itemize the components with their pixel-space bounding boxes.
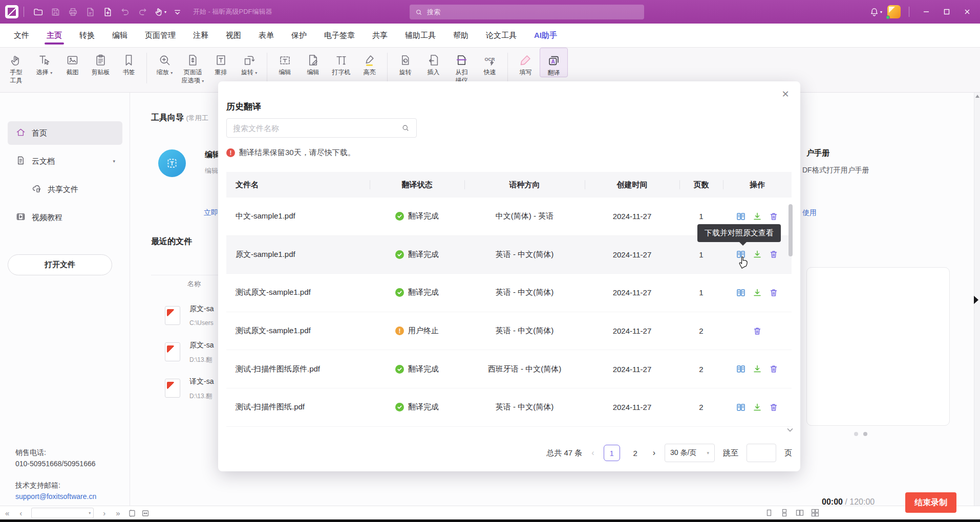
- two-page-view-icon[interactable]: [795, 507, 805, 518]
- recent-file-row[interactable]: 译文-saD:\13.翻: [154, 374, 218, 406]
- table-row[interactable]: 测试-扫描件图纸原件.pdf翻译完成西班牙语 - 中文(简体)2024-11-2…: [226, 350, 792, 388]
- ribbon-tool-reflow[interactable]: 重排: [207, 48, 235, 76]
- touch-mode-icon[interactable]: ▾: [151, 4, 168, 19]
- table-row[interactable]: 测试-扫描件图纸.pdf翻译完成英语 - 中文(简体)2024-11-272: [226, 388, 792, 427]
- tab-转换[interactable]: 转换: [71, 24, 103, 47]
- ribbon-tool-edit-object[interactable]: 编辑: [271, 48, 299, 76]
- ribbon-tool-typewriter[interactable]: 打字机: [327, 48, 355, 76]
- page-number-box[interactable]: ▾: [31, 508, 94, 518]
- compare-original-icon[interactable]: [736, 402, 746, 412]
- ribbon-tool-bookmark[interactable]: 书签: [115, 48, 143, 76]
- sidebar-item-视频教程[interactable]: 视频教程: [8, 206, 122, 229]
- delete-icon[interactable]: [769, 250, 779, 259]
- notifications-bell-icon[interactable]: ▾: [867, 4, 884, 19]
- ribbon-tool-quick-ocr[interactable]: OCR快速: [476, 48, 504, 76]
- next-page-arrow[interactable]: ›: [652, 448, 656, 458]
- delete-icon[interactable]: [769, 211, 779, 221]
- compare-original-icon[interactable]: [736, 211, 746, 221]
- search-icon[interactable]: [401, 123, 410, 133]
- foxit-logo-icon[interactable]: [5, 5, 18, 18]
- ribbon-tool-page-fit[interactable]: 页面适应选项 ▾: [179, 48, 207, 85]
- download-icon[interactable]: [753, 288, 762, 297]
- tab-编辑[interactable]: 编辑: [103, 24, 136, 47]
- ribbon-tool-from-scanner[interactable]: 从扫描仪: [448, 48, 476, 84]
- new-doc-icon[interactable]: [99, 4, 116, 19]
- ribbon-tool-edit-text[interactable]: 编辑: [299, 48, 327, 76]
- close-window-button[interactable]: [958, 3, 976, 20]
- ribbon-tool-fill-sign[interactable]: 填写: [512, 48, 540, 76]
- compare-original-icon[interactable]: [736, 364, 746, 374]
- tab-电子签章[interactable]: 电子签章: [315, 24, 364, 47]
- tab-视图[interactable]: 视图: [217, 24, 250, 47]
- next-page-button[interactable]: ›: [98, 509, 111, 517]
- ribbon-tool-select-tool[interactable]: 选择 ▾: [30, 48, 58, 77]
- download-icon[interactable]: [753, 364, 762, 374]
- open-file-icon[interactable]: [29, 4, 47, 19]
- delete-icon[interactable]: [769, 402, 779, 412]
- tab-保护[interactable]: 保护: [283, 24, 315, 47]
- two-page-continuous-icon[interactable]: [810, 507, 820, 518]
- edit-tool-icon[interactable]: [158, 149, 186, 177]
- single-page-view-icon[interactable]: [764, 507, 774, 518]
- recent-file-row[interactable]: 原文-saD:\13.翻: [154, 337, 218, 370]
- table-row[interactable]: 测试原文-sample1.pdf翻译完成英语 - 中文(简体)2024-11-2…: [226, 274, 792, 312]
- tab-辅助工具[interactable]: 辅助工具: [396, 24, 444, 47]
- tab-共享[interactable]: 共享: [364, 24, 396, 47]
- continuous-view-icon[interactable]: [779, 507, 790, 518]
- fit-page-icon[interactable]: [125, 508, 139, 519]
- table-scrollbar-thumb[interactable]: [789, 204, 793, 256]
- edit-card-link[interactable]: 立即: [204, 208, 218, 217]
- scroll-up-arrow-icon[interactable]: [975, 95, 979, 98]
- tab-论文工具[interactable]: 论文工具: [477, 24, 525, 47]
- sidebar-item-首页[interactable]: 首页: [8, 121, 122, 145]
- maximize-button[interactable]: [938, 3, 955, 20]
- ribbon-tool-insert-pages[interactable]: 插入: [419, 48, 448, 76]
- scroll-down-chevron-icon[interactable]: [786, 425, 794, 430]
- support-email-link[interactable]: support@foxitsoftware.cn: [15, 492, 96, 501]
- panel-expand-handle[interactable]: [974, 296, 978, 304]
- print-icon[interactable]: [64, 4, 81, 19]
- fit-width-icon[interactable]: [139, 508, 152, 519]
- prev-page-arrow[interactable]: ‹: [590, 448, 595, 458]
- open-file-button[interactable]: 打开文件: [8, 254, 112, 275]
- download-icon[interactable]: [753, 211, 762, 221]
- delete-icon[interactable]: [769, 364, 779, 374]
- minimize-button[interactable]: [918, 3, 935, 20]
- tab-AI助手[interactable]: AI助手: [525, 24, 566, 47]
- carousel-dot[interactable]: [863, 432, 867, 436]
- recent-file-row[interactable]: 原文-saC:\Users: [154, 301, 218, 334]
- right-panel-link-fragment[interactable]: 使用: [802, 208, 817, 217]
- global-search-box[interactable]: 搜索: [410, 5, 644, 19]
- tab-帮助[interactable]: 帮助: [444, 24, 477, 47]
- ribbon-tool-rotate-view[interactable]: 旋转 ▾: [235, 48, 263, 77]
- tab-页面管理[interactable]: 页面管理: [136, 24, 184, 47]
- tab-表单[interactable]: 表单: [250, 24, 283, 47]
- delete-icon[interactable]: [769, 288, 779, 297]
- download-icon[interactable]: [753, 250, 762, 259]
- prev-page-button[interactable]: ‹: [14, 509, 27, 517]
- ribbon-tool-rotate-pages[interactable]: 旋转: [391, 48, 419, 76]
- page-number-2[interactable]: 2: [627, 445, 644, 461]
- sidebar-item-云文档[interactable]: 云文档▾: [8, 149, 122, 173]
- user-avatar[interactable]: [887, 5, 901, 18]
- export-doc-icon[interactable]: [81, 4, 99, 19]
- page-number-1[interactable]: 1: [604, 445, 620, 461]
- tab-注释[interactable]: 注释: [184, 24, 217, 47]
- tab-主页[interactable]: 主页: [38, 24, 71, 47]
- ribbon-tool-snapshot[interactable]: 截图: [58, 48, 87, 76]
- jump-page-input[interactable]: [747, 444, 776, 462]
- carousel-dot[interactable]: [854, 432, 858, 436]
- delete-icon[interactable]: [753, 326, 762, 336]
- undo-icon[interactable]: [116, 4, 134, 19]
- page-size-select[interactable]: 30 条/页 ▾: [665, 444, 715, 462]
- tab-文件[interactable]: 文件: [5, 24, 38, 47]
- file-search-input[interactable]: [233, 124, 401, 133]
- redo-icon[interactable]: [134, 4, 151, 19]
- save-icon[interactable]: [47, 4, 64, 19]
- table-row[interactable]: 测试原文-sample1.pdf!用户终止英语 - 中文(简体)2024-11-…: [226, 312, 792, 351]
- last-page-button[interactable]: »: [111, 509, 125, 517]
- table-scrollbar[interactable]: [789, 204, 793, 437]
- ribbon-tool-translate[interactable]: A翻译: [540, 48, 568, 77]
- compare-original-icon[interactable]: [736, 288, 746, 297]
- ribbon-tool-hand-tool[interactable]: 手型工具: [2, 48, 30, 84]
